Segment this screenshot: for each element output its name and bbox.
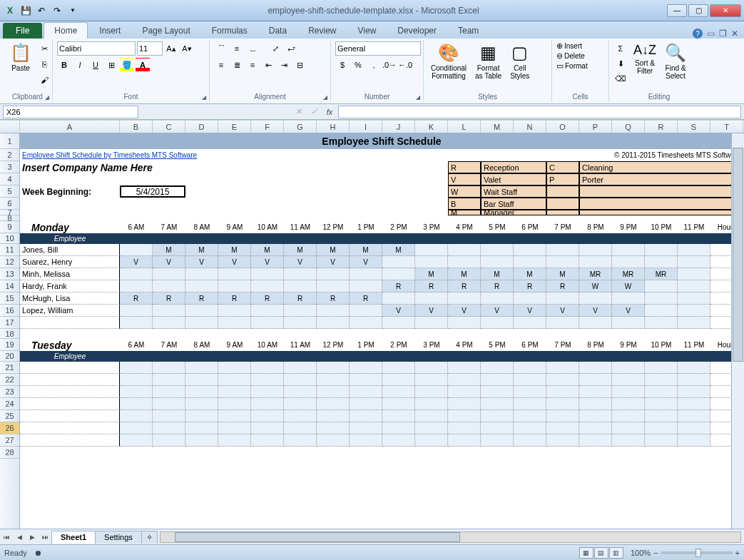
prev-sheet-icon[interactable]: ◀ bbox=[13, 531, 26, 544]
alignment-dialog-launcher[interactable]: ◢ bbox=[321, 93, 330, 101]
shift-slot[interactable] bbox=[382, 317, 415, 329]
shift-slot[interactable] bbox=[645, 305, 678, 317]
row-header-26[interactable]: 26 bbox=[0, 422, 19, 434]
schedule-title[interactable]: Employee Shift Schedule bbox=[20, 133, 731, 149]
shift-slot[interactable] bbox=[678, 422, 710, 434]
shift-slot[interactable] bbox=[218, 268, 251, 280]
hours-total[interactable]: 0 bbox=[710, 410, 731, 422]
wrap-text-icon[interactable]: ⮐ bbox=[284, 41, 298, 56]
shift-slot[interactable] bbox=[645, 410, 678, 422]
employee-name[interactable] bbox=[20, 410, 120, 422]
comma-icon[interactable]: , bbox=[367, 58, 381, 72]
hours-header[interactable]: Hours bbox=[710, 221, 731, 233]
shift-slot[interactable] bbox=[415, 256, 448, 268]
clear-icon[interactable]: ⌫ bbox=[613, 71, 628, 86]
shift-slot[interactable]: R bbox=[382, 280, 415, 292]
col-header-R[interactable]: R bbox=[645, 121, 678, 133]
shift-slot[interactable] bbox=[612, 386, 645, 398]
shift-slot[interactable] bbox=[579, 386, 612, 398]
hours-total[interactable]: 0 bbox=[710, 386, 731, 398]
shift-slot[interactable] bbox=[185, 398, 218, 410]
shift-slot[interactable] bbox=[546, 244, 579, 256]
tab-home[interactable]: Home bbox=[44, 22, 88, 39]
shift-slot[interactable] bbox=[350, 422, 382, 434]
time-header[interactable]: 7 AM bbox=[153, 221, 185, 233]
shift-slot[interactable] bbox=[153, 374, 185, 386]
shift-slot[interactable]: R bbox=[218, 292, 251, 305]
employee-name[interactable] bbox=[20, 422, 120, 434]
align-right-icon[interactable]: ≡ bbox=[245, 58, 260, 72]
time-header[interactable]: 7 PM bbox=[546, 221, 579, 233]
cut-icon[interactable]: ✂ bbox=[37, 41, 51, 56]
shift-slot[interactable] bbox=[612, 256, 645, 268]
shift-slot[interactable] bbox=[120, 422, 153, 434]
shift-slot[interactable] bbox=[514, 398, 546, 410]
shift-slot[interactable]: R bbox=[251, 292, 284, 305]
shift-slot[interactable] bbox=[579, 317, 612, 329]
delete-cells-button[interactable]: ⊖Delete bbox=[556, 51, 585, 61]
shift-slot[interactable]: V bbox=[382, 305, 415, 317]
row-header-18[interactable]: 18 bbox=[0, 329, 19, 339]
tab-view[interactable]: View bbox=[348, 23, 387, 39]
shift-slot[interactable]: V bbox=[415, 305, 448, 317]
currency-icon[interactable]: $ bbox=[335, 58, 350, 72]
col-header-J[interactable]: J bbox=[382, 121, 415, 133]
italic-button[interactable]: I bbox=[73, 58, 87, 72]
decrease-decimal-icon[interactable]: ←.0 bbox=[398, 58, 412, 72]
shift-slot[interactable] bbox=[120, 362, 153, 374]
shift-slot[interactable] bbox=[448, 398, 481, 410]
shift-slot[interactable] bbox=[415, 422, 448, 434]
underline-button[interactable]: U bbox=[88, 58, 103, 72]
shift-slot[interactable] bbox=[481, 374, 514, 386]
time-header[interactable]: 10 PM bbox=[645, 221, 678, 233]
row-header-16[interactable]: 16 bbox=[0, 305, 19, 317]
row-header-2[interactable]: 2 bbox=[0, 149, 19, 161]
hours-header[interactable]: Hours bbox=[710, 339, 731, 351]
select-all-corner[interactable] bbox=[0, 121, 20, 133]
tab-file[interactable]: File bbox=[3, 23, 42, 39]
shift-slot[interactable] bbox=[415, 434, 448, 447]
vertical-scrollbar[interactable] bbox=[731, 133, 744, 529]
page-layout-view-icon[interactable]: ▤ bbox=[594, 547, 608, 559]
row-header-15[interactable]: 15 bbox=[0, 292, 19, 305]
shift-slot[interactable]: MR bbox=[645, 268, 678, 280]
shift-slot[interactable] bbox=[284, 374, 317, 386]
row-header-14[interactable]: 14 bbox=[0, 280, 19, 292]
shift-slot[interactable] bbox=[481, 362, 514, 374]
shift-slot[interactable]: V bbox=[350, 256, 382, 268]
time-header[interactable]: 3 PM bbox=[415, 339, 448, 351]
cell[interactable] bbox=[20, 173, 448, 185]
shift-slot[interactable] bbox=[382, 362, 415, 374]
col-header-G[interactable]: G bbox=[284, 121, 317, 133]
increase-font-icon[interactable]: A▴ bbox=[164, 41, 178, 56]
hours-total[interactable]: 0 bbox=[710, 362, 731, 374]
shift-slot[interactable] bbox=[284, 268, 317, 280]
hours-total[interactable]: 0 bbox=[710, 398, 731, 410]
shift-slot[interactable] bbox=[251, 422, 284, 434]
time-header[interactable]: 4 PM bbox=[448, 339, 481, 351]
shift-slot[interactable] bbox=[218, 386, 251, 398]
time-header[interactable]: 5 PM bbox=[481, 221, 514, 233]
shift-slot[interactable] bbox=[251, 410, 284, 422]
hours-total[interactable]: 8 bbox=[710, 305, 731, 317]
zoom-in-icon[interactable]: + bbox=[735, 549, 740, 557]
shift-slot[interactable] bbox=[481, 386, 514, 398]
row-header-27[interactable]: 27 bbox=[0, 434, 19, 447]
employee-name[interactable]: Suarez, Henry bbox=[20, 256, 120, 268]
col-header-M[interactable]: M bbox=[481, 121, 514, 133]
shift-slot[interactable] bbox=[382, 374, 415, 386]
font-color-icon[interactable]: A bbox=[136, 58, 150, 72]
shift-slot[interactable] bbox=[645, 280, 678, 292]
time-header[interactable]: 1 PM bbox=[350, 221, 382, 233]
shift-slot[interactable] bbox=[317, 434, 350, 447]
shift-slot[interactable] bbox=[251, 305, 284, 317]
row-header-8[interactable]: 8 bbox=[0, 215, 19, 221]
shift-slot[interactable] bbox=[317, 398, 350, 410]
tab-data[interactable]: Data bbox=[259, 23, 297, 39]
shift-slot[interactable] bbox=[415, 292, 448, 305]
time-header[interactable]: 4 PM bbox=[448, 221, 481, 233]
shift-slot[interactable] bbox=[546, 317, 579, 329]
shift-slot[interactable] bbox=[284, 305, 317, 317]
shift-slot[interactable] bbox=[382, 386, 415, 398]
first-sheet-icon[interactable]: ⏮ bbox=[0, 531, 13, 544]
